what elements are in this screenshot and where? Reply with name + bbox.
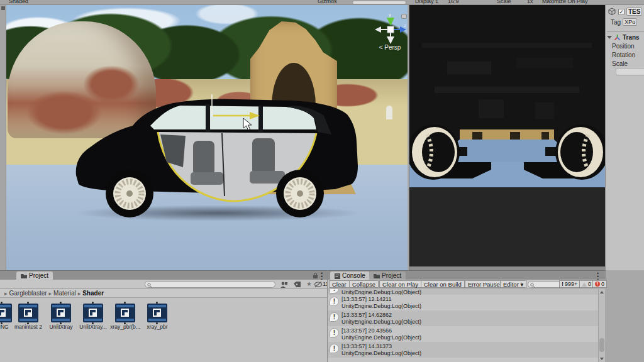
car-c-pillar	[258, 106, 263, 132]
top-toolbar-strip: Shaded Gizmos Display 1 16:9 Scale 1x Ma…	[0, 0, 644, 5]
gizmo-neg-y-axis[interactable]	[387, 36, 394, 44]
lock-icon[interactable]	[401, 14, 407, 19]
shader-asset-icon	[0, 304, 12, 322]
wall-white-door	[386, 106, 392, 119]
asset-item[interactable]: xray_pbr	[142, 301, 173, 330]
gizmo-x-axis[interactable]	[375, 26, 381, 33]
shader-asset-icon	[18, 304, 38, 322]
breadcrumb-root[interactable]: Gargleblaster	[9, 290, 47, 297]
scroll-thumb[interactable]	[599, 338, 604, 352]
transform-title: Trans	[623, 34, 640, 41]
breadcrumb-shader[interactable]: Shader	[82, 290, 104, 297]
folder-icon	[374, 273, 380, 278]
log-entry[interactable]: ! [13:33:57] 12.14211 UnityEngine.Debug:…	[328, 295, 599, 310]
tab-project[interactable]: Project	[16, 272, 53, 280]
console-log-list: ! UnityEngine.Debug:Log(Object) ! [13:33…	[328, 289, 599, 362]
clear-on-play-button[interactable]: Clear on Play	[379, 280, 421, 288]
log-entry[interactable]: ! [13:33:57] 14.62862 UnityEngine.Debug:…	[328, 310, 599, 326]
error-pause-button[interactable]: Error Pause	[465, 280, 503, 288]
car-rear-wheel	[276, 170, 324, 217]
display-dropdown[interactable]: Display 1	[415, 0, 438, 4]
shader-asset-icon	[51, 304, 71, 322]
search-icon	[147, 283, 152, 288]
persp-mode-label[interactable]: < Persp	[370, 44, 408, 51]
scroll-up-icon[interactable]	[600, 291, 604, 293]
game-viewport[interactable]	[409, 5, 605, 270]
inspector-panel: ✓ TES Tag XPo Trans PositionX RotationX …	[605, 5, 644, 270]
breadcrumb[interactable]: ▸Gargleblaster▸Material▸Shader	[0, 289, 327, 298]
info-log-icon: !	[330, 289, 339, 293]
error-log-filter[interactable]: !0	[592, 280, 607, 288]
gizmo-z-label: z	[404, 23, 406, 28]
scale-value: 1x	[527, 0, 533, 4]
console-scrollbar[interactable]	[598, 289, 605, 362]
breadcrumb-material[interactable]: Material	[53, 290, 76, 297]
car-front-wheel	[106, 170, 153, 217]
gizmo-y-label: y	[389, 13, 391, 18]
search-by-type-icon[interactable]	[280, 282, 287, 288]
scale-row: ScaleX	[612, 60, 644, 67]
search-by-label-icon[interactable]	[294, 282, 301, 287]
car-model[interactable]	[72, 97, 362, 217]
scene-search-input[interactable]	[352, 1, 406, 4]
shader-asset-icon	[83, 304, 103, 322]
info-log-icon: !	[330, 297, 339, 306]
maximize-on-play-button[interactable]: Maximize On Play	[542, 0, 588, 4]
shaded-dropdown[interactable]: Shaded	[9, 0, 28, 4]
shader-asset-icon	[147, 304, 167, 322]
favorites-star-icon[interactable]: ★	[306, 280, 312, 287]
car-front-seat	[193, 141, 214, 176]
game-render	[409, 5, 605, 270]
tab-console[interactable]: Console	[330, 272, 370, 280]
console-icon	[335, 273, 340, 279]
gizmos-dropdown[interactable]: Gizmos	[318, 0, 337, 4]
gameobject-name-field[interactable]: TES	[626, 8, 642, 16]
asset-item[interactable]: UnlitXtray...	[77, 301, 109, 330]
info-log-icon: !	[330, 312, 339, 322]
gameobject-cube-icon	[608, 8, 616, 16]
aspect-dropdown[interactable]: 16:9	[448, 0, 459, 4]
collapse-button[interactable]: Collapse	[349, 280, 379, 288]
collapsed-panel-strip[interactable]	[0, 5, 6, 270]
scale-label: Scale	[497, 0, 511, 4]
gizmo-y-axis[interactable]	[387, 18, 394, 26]
lock-icon[interactable]	[313, 273, 318, 278]
folder-icon	[21, 273, 27, 278]
project-toolbar: ★ 11	[0, 280, 327, 289]
tag-label: Tag	[611, 19, 621, 26]
shader-asset-icon	[115, 304, 135, 322]
active-checkbox[interactable]: ✓	[618, 9, 625, 15]
transform-component-header[interactable]: Trans	[607, 31, 644, 41]
info-log-icon: !	[330, 328, 339, 337]
warning-icon	[582, 282, 587, 287]
tag-dropdown[interactable]: XPo	[623, 18, 637, 26]
log-entry[interactable]: ! [13:33:57] 20.43566 UnityEngine.Debug:…	[328, 326, 599, 342]
asset-item[interactable]: manintest 2	[13, 301, 44, 330]
foldout-arrow-icon[interactable]	[607, 36, 612, 39]
asset-item[interactable]: UnlitXtray	[45, 301, 77, 330]
hidden-count-eye-icon[interactable]	[314, 282, 322, 287]
info-log-filter[interactable]: !999+	[559, 280, 580, 288]
info-log-icon: !	[330, 344, 339, 353]
editor-dropdown[interactable]: Editor ▾	[500, 280, 526, 288]
log-entry[interactable]: ! [13:33:57] 14.31373 UnityEngine.Debug:…	[328, 342, 599, 358]
inspector-value-field[interactable]	[616, 68, 644, 75]
clear-button[interactable]: Clear	[329, 280, 350, 288]
tab-project-secondary[interactable]: Project	[369, 272, 406, 280]
car-windows	[150, 106, 316, 129]
asset-item[interactable]: xray_pbr(b...	[109, 301, 141, 330]
console-toolbar: Clear Collapse Clear on Play Clear on Bu…	[328, 280, 606, 289]
warning-log-filter[interactable]: 0	[579, 280, 594, 288]
error-icon: !	[595, 282, 600, 287]
log-entry[interactable]: ! UnityEngine.Debug:Log(Object)	[328, 289, 599, 295]
clear-on-build-button[interactable]: Clear on Build	[421, 280, 465, 288]
scroll-down-icon[interactable]	[600, 358, 604, 360]
car-front-seat-base	[191, 172, 223, 185]
rotation-row: RotationX	[612, 52, 644, 58]
project-search-input[interactable]	[145, 281, 275, 288]
scene-viewport[interactable]: y z < Persp	[6, 5, 408, 270]
gizmo-center-cube[interactable]	[387, 26, 394, 33]
car-b-pillar	[206, 104, 210, 132]
search-icon	[530, 283, 535, 288]
console-panel: Console Project ••• Clear Collapse Clear…	[327, 270, 605, 362]
